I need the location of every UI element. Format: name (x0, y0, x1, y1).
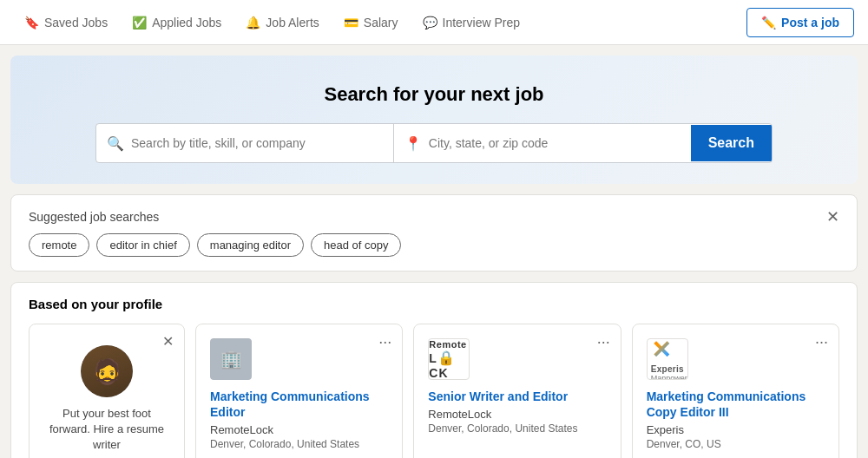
nav-saved-jobs-label: Saved Jobs (44, 16, 108, 29)
post-job-label: Post a job (781, 16, 839, 29)
tag-editor-in-chief[interactable]: editor in chief (96, 233, 189, 257)
suggested-close-button[interactable]: ✕ (826, 209, 839, 225)
checkmark-icon: ✅ (132, 16, 147, 29)
job-card-1-menu-button[interactable]: ··· (378, 333, 391, 351)
job-card-3: ··· ✕ Experis ManpowerGroup Marketing Co… (632, 324, 839, 458)
nav-saved-jobs[interactable]: 🔖 Saved Jobs (14, 9, 118, 36)
bookmark-icon: 🔖 (24, 16, 39, 29)
job-card-2-menu-button[interactable]: ··· (597, 333, 610, 351)
location-search-input[interactable] (429, 136, 681, 150)
chat-icon: 💬 (423, 16, 437, 29)
suggested-title: Suggested job searches (29, 210, 159, 224)
job-card-3-logo: ✕ Experis ManpowerGroup (647, 338, 688, 380)
nav-salary-label: Salary (364, 16, 398, 29)
job-card-2-company: RemoteLock (428, 408, 606, 421)
job-card-3-company: Experis (647, 423, 825, 436)
job-card-1-location: Denver, Colorado, United States (210, 438, 388, 450)
job-card-3-location: Denver, CO, US (647, 438, 825, 450)
location-icon: 📍 (404, 135, 422, 152)
keyword-search-wrap: 🔍 (96, 124, 394, 162)
nav-applied-jobs-label: Applied Jobs (152, 16, 221, 29)
nav-job-alerts-label: Job Alerts (266, 16, 319, 29)
job-card-3-title[interactable]: Marketing Communications Copy Editor III (647, 389, 825, 420)
resume-writer-card: ✕ 🧔 Put your best foot forward. Hire a r… (29, 324, 185, 458)
search-button[interactable]: Search (691, 125, 772, 161)
suggested-section: Suggested job searches ✕ remote editor i… (10, 194, 858, 272)
edit-icon: ✏️ (761, 16, 776, 29)
suggested-header: Suggested job searches ✕ (29, 209, 839, 225)
resume-card-message: Put your best foot forward. Hire a resum… (43, 406, 170, 454)
avatar: 🧔 (81, 345, 133, 397)
post-job-button[interactable]: ✏️ Post a job (746, 8, 854, 37)
nav-salary[interactable]: 💳 Salary (333, 9, 409, 36)
job-card-2-title[interactable]: Senior Writer and Editor (428, 389, 606, 404)
resume-card-close-button[interactable]: ✕ (162, 333, 174, 350)
salary-icon: 💳 (344, 16, 358, 29)
lock-icon: 🔒 (437, 350, 456, 365)
bell-icon: 🔔 (246, 16, 260, 29)
tag-managing-editor[interactable]: managing editor (197, 233, 304, 257)
hero-title: Search for your next job (24, 83, 844, 106)
avatar-face-icon: 🧔 (92, 357, 122, 386)
profile-section: Based on your profile ✕ 🧔 Put your best … (10, 282, 858, 458)
suggested-tags: remote editor in chief managing editor h… (29, 233, 839, 257)
job-card-3-menu-button[interactable]: ··· (815, 333, 828, 351)
job-card-2: ··· Remote L🔒CK Senior Writer and Editor… (413, 324, 621, 458)
search-bar: 🔍 📍 Search (95, 123, 773, 163)
keyword-search-input[interactable] (131, 136, 383, 150)
location-search-wrap: 📍 (394, 124, 691, 162)
nav-applied-jobs[interactable]: ✅ Applied Jobs (122, 9, 232, 36)
tag-head-of-copy[interactable]: head of copy (311, 233, 401, 257)
nav-interview-prep-label: Interview Prep (443, 16, 520, 29)
job-card-1-title[interactable]: Marketing Communications Editor (210, 389, 388, 420)
job-card-2-location: Denver, Colorado, United States (428, 422, 606, 435)
job-card-1: ··· 🏢 Marketing Communications Editor Re… (195, 324, 403, 458)
job-card-1-logo: 🏢 (210, 338, 252, 380)
nav-job-alerts[interactable]: 🔔 Job Alerts (235, 9, 329, 36)
top-nav: 🔖 Saved Jobs ✅ Applied Jobs 🔔 Job Alerts… (0, 0, 868, 45)
job-card-2-logo: Remote L🔒CK (428, 338, 470, 380)
cards-row: ✕ 🧔 Put your best foot forward. Hire a r… (29, 324, 839, 458)
profile-section-title: Based on your profile (29, 297, 839, 311)
search-hero: Search for your next job 🔍 📍 Search (10, 56, 858, 184)
nav-interview-prep[interactable]: 💬 Interview Prep (412, 9, 530, 36)
job-card-1-company: RemoteLock (210, 423, 388, 436)
search-icon: 🔍 (107, 135, 124, 152)
tag-remote[interactable]: remote (29, 233, 89, 257)
